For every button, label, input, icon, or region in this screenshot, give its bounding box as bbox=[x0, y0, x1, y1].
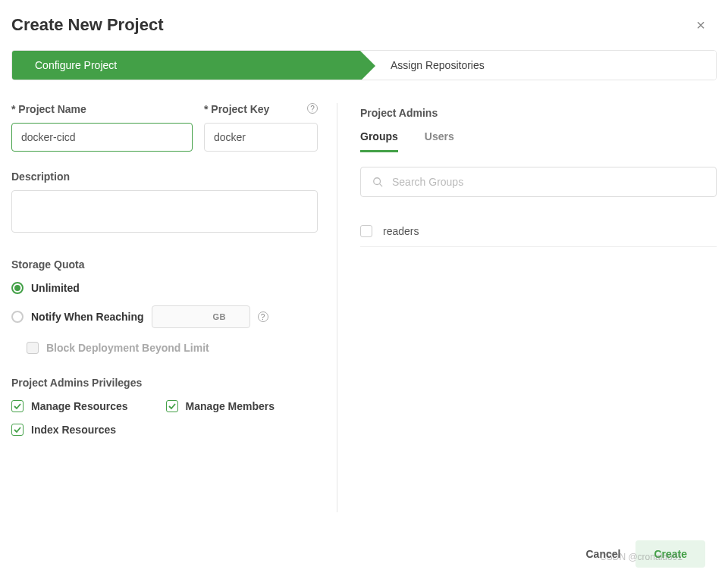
checkbox-checked-icon bbox=[11, 424, 24, 436]
checkbox-disabled-icon bbox=[27, 342, 39, 354]
step-assign-repositories[interactable]: Assign Repositories bbox=[360, 51, 716, 80]
group-item-readers[interactable]: readers bbox=[360, 216, 717, 247]
tab-users[interactable]: Users bbox=[425, 130, 454, 152]
privilege-label: Manage Resources bbox=[31, 400, 128, 412]
radio-selected-icon bbox=[11, 282, 24, 294]
block-deployment-label: Block Deployment Beyond Limit bbox=[46, 342, 209, 354]
privilege-manage-members[interactable]: Manage Members bbox=[166, 400, 275, 412]
storage-unlimited-option[interactable]: Unlimited bbox=[11, 282, 318, 294]
unlimited-label: Unlimited bbox=[31, 282, 80, 294]
help-icon[interactable]: ? bbox=[307, 103, 318, 114]
step-label: Configure Project bbox=[35, 59, 117, 71]
project-key-label: * Project Key bbox=[204, 103, 318, 115]
privileges-label: Project Admins Privileges bbox=[11, 377, 318, 389]
tab-groups[interactable]: Groups bbox=[360, 130, 398, 152]
quota-amount-field: GB bbox=[152, 305, 250, 328]
wizard-stepper: Configure Project Assign Repositories bbox=[11, 50, 717, 80]
create-button[interactable]: Create bbox=[635, 540, 705, 568]
help-icon[interactable]: ? bbox=[258, 311, 268, 322]
privilege-manage-resources[interactable]: Manage Resources bbox=[11, 400, 128, 412]
privilege-label: Manage Members bbox=[186, 400, 275, 412]
svg-point-0 bbox=[374, 178, 381, 185]
search-groups-field[interactable] bbox=[360, 167, 717, 197]
project-name-input[interactable] bbox=[11, 123, 193, 152]
privilege-label: Index Resources bbox=[31, 424, 116, 436]
search-groups-input[interactable] bbox=[392, 176, 704, 188]
svg-line-1 bbox=[380, 184, 383, 187]
storage-quota-label: Storage Quota bbox=[11, 258, 318, 271]
step-label: Assign Repositories bbox=[391, 59, 485, 71]
block-deployment-option: Block Deployment Beyond Limit bbox=[27, 342, 318, 354]
project-key-input[interactable] bbox=[204, 123, 318, 152]
checkbox-checked-icon bbox=[166, 400, 178, 412]
close-icon[interactable]: × bbox=[689, 17, 713, 34]
step-configure-project[interactable]: Configure Project bbox=[12, 51, 360, 80]
description-input[interactable] bbox=[11, 190, 318, 233]
project-admins-title: Project Admins bbox=[360, 107, 717, 119]
group-name: readers bbox=[383, 225, 419, 237]
privilege-index-resources[interactable]: Index Resources bbox=[11, 424, 116, 436]
cancel-button[interactable]: Cancel bbox=[585, 548, 620, 560]
dialog-title: Create New Project bbox=[11, 15, 164, 35]
checkbox-checked-icon bbox=[11, 400, 24, 412]
description-label: Description bbox=[11, 171, 318, 183]
search-icon bbox=[372, 177, 383, 187]
gb-unit-label: GB bbox=[213, 312, 227, 321]
project-name-label: * Project Name bbox=[11, 103, 193, 115]
quota-amount-input[interactable] bbox=[160, 311, 213, 323]
checkbox-unchecked-icon[interactable] bbox=[360, 225, 372, 237]
storage-notify-option[interactable]: Notify When Reaching GB ? bbox=[11, 305, 318, 328]
notify-label: Notify When Reaching bbox=[31, 311, 144, 323]
radio-unselected-icon bbox=[11, 311, 24, 323]
